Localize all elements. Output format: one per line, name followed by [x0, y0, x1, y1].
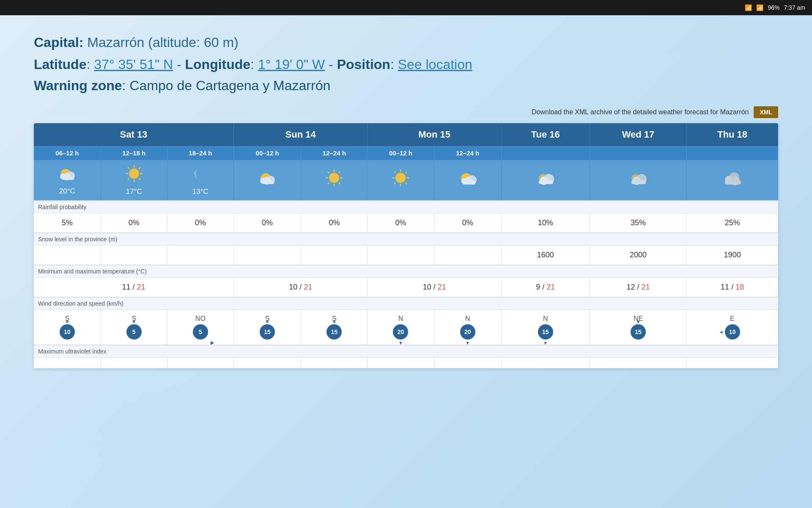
- day-wed17: Wed 17: [590, 123, 687, 146]
- wind-tue16: N 15 ▼: [501, 310, 590, 345]
- rain-thu18: 25%: [687, 213, 778, 233]
- period-sun14-2: 12–24 h: [301, 146, 368, 160]
- wind-label: Wind direction and speed (km/h): [34, 297, 778, 310]
- snow-tue16: 1600: [501, 246, 590, 265]
- wind-sat13-2: S ▲ 5: [101, 310, 167, 345]
- rain-tue16: 10%: [501, 213, 590, 233]
- temp-min-tue16: 9: [536, 283, 540, 291]
- period-mon15-1: 00–12 h: [368, 146, 434, 160]
- wind-speed-sat13-1: 10: [60, 324, 75, 340]
- snow-sat13-2: [101, 246, 167, 265]
- wind-wed17: NE ▲ 15: [590, 310, 687, 345]
- battery-level: 96%: [768, 4, 779, 11]
- uv-label-row: Maximum ultraviolet index: [34, 345, 778, 358]
- position-value[interactable]: See location: [398, 57, 472, 72]
- svg-line-33: [394, 171, 396, 173]
- sunny-icon: [104, 164, 165, 186]
- icon-sun14-2: [301, 160, 368, 201]
- day-header-row: Sat 13 Sun 14 Mon 15 Tue 16 Wed 17 Thu 1…: [34, 123, 778, 146]
- snow-sat13-3: [167, 246, 233, 265]
- icon-wed17: [590, 160, 687, 201]
- svg-line-10: [128, 167, 129, 169]
- svg-rect-41: [463, 181, 475, 185]
- uv-sat13-3: [167, 358, 233, 368]
- temp-min-wed17: 12: [626, 283, 635, 291]
- snow-label-row: Snow level in the province (m): [34, 233, 778, 246]
- svg-rect-53: [725, 180, 741, 185]
- sunny-icon2: [304, 168, 365, 190]
- temp-tue16: 9 / 21: [501, 278, 590, 298]
- svg-line-25: [339, 182, 340, 184]
- svg-rect-49: [631, 180, 646, 184]
- svg-point-5: [129, 168, 139, 179]
- uv-sat13-1: [34, 358, 101, 368]
- svg-line-24: [328, 171, 329, 173]
- snow-label: Snow level in the province (m): [34, 233, 778, 246]
- temp-label: Minimum and maximum temperature (°C): [34, 265, 778, 278]
- temp-sun14: 10 / 21: [233, 278, 368, 298]
- snow-sat13-1: [34, 246, 101, 265]
- latitude-label: Latitude: [34, 57, 86, 72]
- svg-line-35: [405, 171, 407, 173]
- wind-dir-tue16: N: [504, 315, 587, 323]
- temp-max-wed17: 21: [641, 283, 650, 291]
- wind-label-row: Wind direction and speed (km/h): [34, 297, 778, 310]
- period-sat13-3: 18–24 h: [167, 146, 233, 160]
- wind-speed-sat13-2: 5: [126, 324, 142, 340]
- temp-sat13-1: 20°C: [36, 187, 98, 196]
- svg-rect-4: [62, 177, 74, 180]
- svg-line-26: [339, 171, 340, 173]
- svg-line-12: [139, 167, 140, 169]
- period-header-row: 06–12 h 12–18 h 18–24 h 00–12 h 12–24 h …: [34, 146, 778, 160]
- temp-max-tue16: 21: [546, 283, 555, 291]
- uv-sat13-2: [101, 358, 167, 368]
- clock: 7:37 am: [784, 4, 805, 11]
- icon-thu18: [687, 160, 778, 201]
- svg-point-28: [395, 173, 406, 183]
- wind-thu18: E ◄ 10: [687, 310, 778, 345]
- wind-mon15-2: N 20 ▼: [434, 310, 501, 345]
- icon-mon15-2: [434, 160, 501, 201]
- svg-line-27: [328, 182, 329, 184]
- wind-speed-tue16: 15: [538, 324, 553, 340]
- wind-speed-wed17: 15: [631, 324, 646, 340]
- period-sat13-1: 06–12 h: [34, 146, 101, 160]
- icon-sat13-2: 17°C: [101, 160, 167, 201]
- temp-data-row: 11 / 21 10 / 21 10 / 21: [34, 278, 778, 298]
- warning-zone-line: Warning zone: Campo de Cartagena y Mazar…: [34, 78, 778, 94]
- snow-data-row: 1600 2000 1900: [34, 246, 778, 265]
- wind-dir-sat13-3: NO: [170, 315, 231, 323]
- temp-max-mon15: 21: [438, 283, 446, 291]
- coords-line: Latitude: 37° 35' 51" N - Longitude: 1° …: [34, 54, 778, 75]
- wind-speed-sat13-3: 5: [193, 324, 208, 340]
- uv-data-row: [34, 358, 778, 368]
- svg-line-11: [139, 178, 140, 180]
- day-sun14: Sun 14: [233, 123, 368, 146]
- temp-max-sun14: 21: [304, 283, 312, 291]
- wind-speed-mon15-2: 20: [460, 324, 475, 340]
- wifi-icon: 📶: [756, 4, 763, 11]
- svg-line-34: [405, 182, 407, 184]
- snow-sun14-1: [233, 246, 301, 265]
- uv-mon15-2: [434, 358, 501, 368]
- icon-sat13-1: 20°C: [34, 160, 101, 201]
- svg-point-19: [329, 173, 339, 183]
- wind-sat13-3: NO ▶ 5: [167, 310, 233, 345]
- wind-mon15-1: N 20 ▼: [368, 310, 434, 345]
- day-thu18: Thu 18: [687, 123, 778, 146]
- warning-zone-value: Campo de Cartagena y Mazarrón: [129, 78, 330, 93]
- latitude-value[interactable]: 37° 35' 51" N: [94, 57, 173, 72]
- wind-speed-sun14-2: 15: [326, 324, 342, 340]
- main-content: Capital: Mazarrón (altitude: 60 m) Latit…: [0, 15, 812, 508]
- longitude-value[interactable]: 1° 19' 0" W: [258, 57, 325, 72]
- wind-sat13-1: S ▲ 10: [34, 310, 101, 345]
- uv-thu18: [687, 358, 778, 368]
- svg-line-36: [394, 182, 396, 184]
- rain-sat13-3: 0%: [167, 213, 233, 233]
- icon-sat13-3: 13°C: [167, 160, 233, 201]
- day-sat13: Sat 13: [34, 123, 233, 146]
- period-tue16: [501, 146, 590, 160]
- svg-rect-18: [262, 181, 274, 184]
- uv-mon15-1: [368, 358, 434, 368]
- xml-button[interactable]: XML: [754, 106, 778, 118]
